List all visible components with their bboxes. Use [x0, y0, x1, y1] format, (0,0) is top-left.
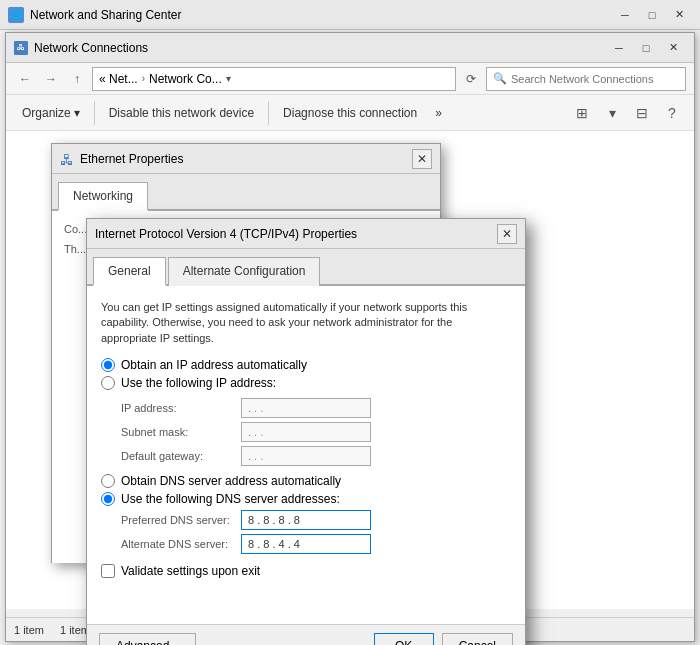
validate-checkbox[interactable] [101, 564, 115, 578]
search-input[interactable] [511, 73, 679, 85]
subnet-mask-value: . . . [248, 426, 263, 438]
auto-dns-radio[interactable] [101, 474, 115, 488]
ethernet-dialog-title-bar: 🖧 Ethernet Properties ✕ [52, 144, 440, 174]
more-options-icon: » [435, 106, 442, 120]
manual-dns-radio-item: Use the following DNS server addresses: [101, 492, 511, 506]
tcp-dialog-content: You can get IP settings assigned automat… [87, 286, 525, 638]
bg-title-controls: ─ □ ✕ [612, 4, 692, 26]
bg-window-title: Network and Sharing Center [30, 8, 181, 22]
refresh-button[interactable]: ⟳ [460, 68, 482, 90]
disable-device-label: Disable this network device [109, 106, 254, 120]
help-button[interactable]: ? [658, 100, 686, 126]
tcp-dialog-footer: Advanced... OK Cancel [87, 624, 525, 645]
bg-maximize-button[interactable]: □ [639, 4, 665, 26]
manual-ip-label: Use the following IP address: [121, 376, 276, 390]
tcp-tab-alternate[interactable]: Alternate Configuration [168, 257, 321, 286]
auto-dns-radio-item: Obtain DNS server address automatically [101, 474, 511, 488]
bg-minimize-button[interactable]: ─ [612, 4, 638, 26]
net-conn-title-text: Network Connections [34, 41, 148, 55]
ip-address-value: . . . [248, 402, 263, 414]
ethernet-dialog-title-left: 🖧 Ethernet Properties [60, 152, 183, 166]
ethernet-dialog-close-button[interactable]: ✕ [412, 149, 432, 169]
up-button[interactable]: ↑ [66, 68, 88, 90]
gateway-label: Default gateway: [121, 450, 241, 462]
toolbar: Organize ▾ Disable this network device D… [6, 95, 694, 131]
auto-dns-label: Obtain DNS server address automatically [121, 474, 341, 488]
gateway-field[interactable]: . . . [241, 446, 371, 466]
net-conn-maximize-button[interactable]: □ [633, 37, 659, 59]
ip-fields-group: IP address: . . . Subnet mask: . . . Def… [121, 398, 511, 466]
ip-address-field[interactable]: . . . [241, 398, 371, 418]
ok-button[interactable]: OK [374, 633, 434, 645]
tcp-dialog-close-button[interactable]: ✕ [497, 224, 517, 244]
alternate-dns-value: 8 . 8 . 4 . 4 [248, 538, 300, 550]
organize-label: Organize [22, 106, 71, 120]
tcp-title-left: Internet Protocol Version 4 (TCP/IPv4) P… [95, 227, 357, 241]
ip-address-row: IP address: . . . [121, 398, 511, 418]
toolbar-separator-1 [94, 101, 95, 125]
net-conn-controls: ─ □ ✕ [606, 37, 686, 59]
tcp-info-text: You can get IP settings assigned automat… [101, 300, 511, 346]
address-chevron-icon: ▾ [226, 73, 231, 84]
back-button[interactable]: ← [14, 68, 36, 90]
auto-ip-label: Obtain an IP address automatically [121, 358, 307, 372]
view-chevron-button[interactable]: ▾ [598, 100, 626, 126]
bg-title-left: 🌐 Network and Sharing Center [8, 7, 181, 23]
net-conn-close-button[interactable]: ✕ [660, 37, 686, 59]
manual-ip-radio-item: Use the following IP address: [101, 376, 511, 390]
preferred-dns-field[interactable]: 8 . 8 . 8 . 8 [241, 510, 371, 530]
ip-radio-group: Obtain an IP address automatically Use t… [101, 358, 511, 390]
organize-button[interactable]: Organize ▾ [14, 102, 88, 124]
subnet-mask-field[interactable]: . . . [241, 422, 371, 442]
net-conn-title-left: 🖧 Network Connections [14, 41, 148, 55]
preferred-dns-label: Preferred DNS server: [121, 514, 241, 526]
ethernet-tab-networking[interactable]: Networking [58, 182, 148, 211]
ip-address-label: IP address: [121, 402, 241, 414]
tcp-dialog-title-text: Internet Protocol Version 4 (TCP/IPv4) P… [95, 227, 357, 241]
advanced-button[interactable]: Advanced... [99, 633, 196, 645]
diagnose-connection-button[interactable]: Diagnose this connection [275, 102, 425, 124]
alternate-dns-row: Alternate DNS server: 8 . 8 . 4 . 4 [121, 534, 511, 554]
preferred-dns-row: Preferred DNS server: 8 . 8 . 8 . 8 [121, 510, 511, 530]
validate-label: Validate settings upon exit [121, 564, 260, 578]
view-change-button[interactable]: ⊞ [568, 100, 596, 126]
bg-title-bar: 🌐 Network and Sharing Center ─ □ ✕ [0, 0, 700, 30]
manual-dns-radio[interactable] [101, 492, 115, 506]
organize-chevron-icon: ▾ [74, 106, 80, 120]
address-separator: › [142, 73, 145, 84]
net-conn-minimize-button[interactable]: ─ [606, 37, 632, 59]
address-part1: « Net... [99, 72, 138, 86]
bg-window-icon: 🌐 [8, 7, 24, 23]
view-icon-button[interactable]: ⊟ [628, 100, 656, 126]
more-options-button[interactable]: » [427, 102, 450, 124]
auto-ip-radio[interactable] [101, 358, 115, 372]
manual-dns-label: Use the following DNS server addresses: [121, 492, 340, 506]
gateway-value: . . . [248, 450, 263, 462]
dns-section: Obtain DNS server address automatically … [101, 474, 511, 554]
ethernet-dialog-icon: 🖧 [60, 152, 74, 166]
disable-device-button[interactable]: Disable this network device [101, 102, 262, 124]
cancel-button[interactable]: Cancel [442, 633, 513, 645]
search-box[interactable]: 🔍 [486, 67, 686, 91]
manual-ip-radio[interactable] [101, 376, 115, 390]
ethernet-dialog-title-text: Ethernet Properties [80, 152, 183, 166]
bg-close-button[interactable]: ✕ [666, 4, 692, 26]
preferred-dns-value: 8 . 8 . 8 . 8 [248, 514, 300, 526]
tcp-dialog-title-bar: Internet Protocol Version 4 (TCP/IPv4) P… [87, 219, 525, 249]
alternate-dns-label: Alternate DNS server: [121, 538, 241, 550]
net-conn-icon: 🖧 [14, 41, 28, 55]
ethernet-dialog-tabs: Networking [52, 174, 440, 211]
gateway-row: Default gateway: . . . [121, 446, 511, 466]
auto-ip-radio-item: Obtain an IP address automatically [101, 358, 511, 372]
subnet-mask-row: Subnet mask: . . . [121, 422, 511, 442]
tcp-ipv4-dialog: Internet Protocol Version 4 (TCP/IPv4) P… [86, 218, 526, 645]
address-box[interactable]: « Net... › Network Co... ▾ [92, 67, 456, 91]
forward-button[interactable]: → [40, 68, 62, 90]
alternate-dns-field[interactable]: 8 . 8 . 4 . 4 [241, 534, 371, 554]
network-connections-window: 🖧 Network Connections ─ □ ✕ ← → ↑ « Net.… [5, 32, 695, 642]
tcp-dialog-tabs: General Alternate Configuration [87, 249, 525, 286]
toolbar-separator-2 [268, 101, 269, 125]
toolbar-view-controls: ⊞ ▾ ⊟ ? [568, 100, 686, 126]
address-bar: ← → ↑ « Net... › Network Co... ▾ ⟳ 🔍 [6, 63, 694, 95]
tcp-tab-general[interactable]: General [93, 257, 166, 286]
